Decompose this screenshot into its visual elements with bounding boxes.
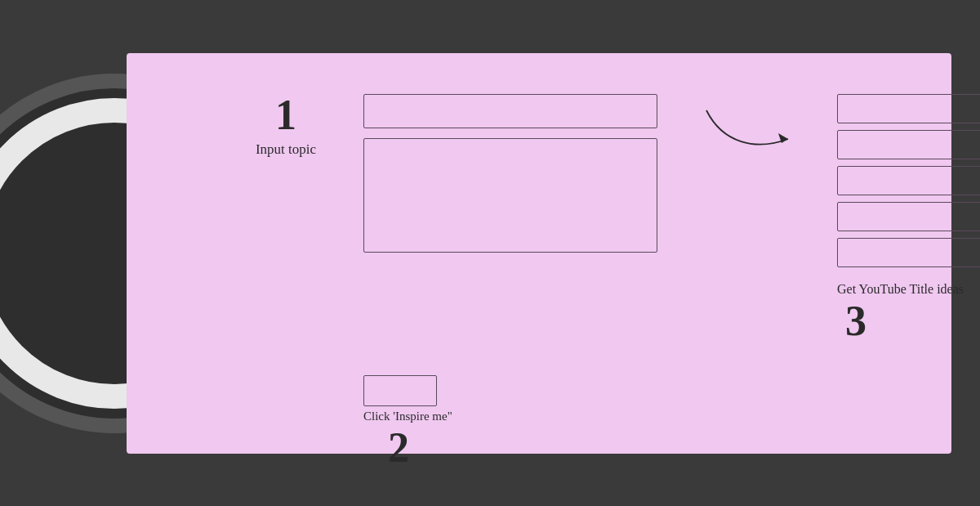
topic-input-short[interactable]	[363, 94, 657, 128]
step1-section: 1 Input topic	[241, 78, 331, 158]
step2-block: Click 'Inspire me" 2	[363, 372, 452, 469]
output-row-1	[837, 94, 980, 123]
right-section: Get YouTube Title ideas 3	[837, 78, 980, 343]
step2-number: 2	[388, 427, 409, 469]
step1-label: Input topic	[256, 141, 316, 158]
step1-number: 1	[275, 94, 296, 137]
inspire-me-button[interactable]	[363, 375, 437, 406]
output-row-4	[837, 202, 980, 231]
step3-label: Get YouTube Title ideas	[837, 282, 964, 297]
input-area	[363, 78, 657, 372]
topic-input-tall[interactable]	[363, 138, 657, 253]
middle-section: Click 'Inspire me" 2	[363, 78, 657, 469]
output-row-3	[837, 166, 980, 195]
step3-block: Get YouTube Title ideas 3	[837, 279, 980, 343]
step3-number: 3	[845, 300, 866, 343]
output-rows	[837, 94, 980, 267]
instruction-card: 1 Input topic Click 'Inspire me" 2	[127, 53, 951, 454]
output-row-5	[837, 238, 980, 267]
output-row-2	[837, 130, 980, 159]
step2-label: Click 'Inspire me"	[363, 410, 452, 423]
arrow-decoration	[690, 94, 804, 159]
